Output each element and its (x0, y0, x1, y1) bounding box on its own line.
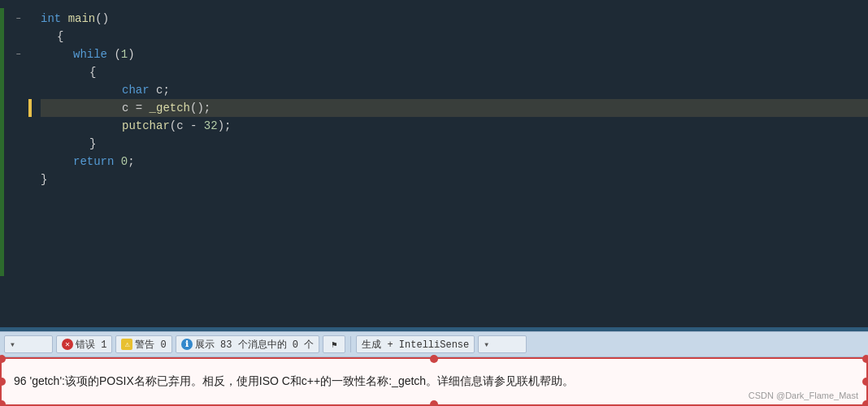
empty-section (0, 276, 868, 327)
code-line: } (41, 135, 868, 153)
warning-label: 警告 0 (135, 338, 166, 352)
chevron-down-icon-2: ▼ (484, 341, 488, 348)
code-line-current: c = _getch(); (41, 99, 868, 117)
toolbar-bar: ▼ ✕ 错误 1 ⚠ 警告 0 ℹ 展示 83 个消息中的 0 个 ⚑ 生成 +… (0, 331, 868, 357)
error-section: 96 'getch':该项的POSIX名称已弃用。相反，使用ISO C和c++的… (0, 357, 868, 406)
build-label: 生成 + IntelliSense (362, 338, 469, 352)
code-line: char c; (41, 81, 868, 99)
code-editor[interactable]: − − int main() { while (1) (0, 0, 868, 276)
error-line-num: 96 (14, 374, 29, 387)
toolbar-separator (350, 336, 351, 352)
current-line-indicator (28, 99, 32, 117)
collapse-icon-1[interactable]: − (15, 15, 20, 24)
warning-button[interactable]: ⚠ 警告 0 (115, 335, 171, 353)
toolbar-dropdown-2[interactable]: ▼ (478, 335, 527, 353)
error-button[interactable]: ✕ 错误 1 (56, 335, 112, 353)
code-line: } (41, 171, 868, 188)
info-button[interactable]: ℹ 展示 83 个消息中的 0 个 (176, 335, 319, 353)
corner-dot-ml (0, 378, 6, 386)
code-line: putchar(c - 32); (41, 117, 868, 135)
build-intellisense-button[interactable]: 生成 + IntelliSense (356, 335, 475, 353)
corner-dot-bl (0, 400, 6, 406)
error-area: 96 'getch':该项的POSIX名称已弃用。相反，使用ISO C和c++的… (0, 357, 868, 406)
code-line: { (41, 28, 868, 45)
error-text: 'getch':该项的POSIX名称已弃用。相反，使用ISO C和c++的一致性… (29, 374, 574, 387)
gutter: − − (4, 8, 33, 276)
code-line: return 0; (41, 153, 868, 171)
warning-icon: ⚠ (121, 339, 132, 350)
corner-dot-mr (862, 378, 868, 386)
filter-icon: ⚑ (328, 339, 340, 350)
chevron-down-icon-1: ▼ (11, 341, 15, 348)
code-line: { (41, 63, 868, 81)
corner-dot-tm (430, 355, 438, 363)
error-icon: ✕ (62, 339, 73, 350)
info-icon: ℹ (181, 339, 193, 350)
code-content[interactable]: int main() { while (1) { char c; c = _ge… (33, 8, 868, 276)
code-line-while: while (1) (41, 45, 868, 63)
watermark: CSDN @Dark_Flame_Mast (749, 391, 858, 400)
collapse-icon-2[interactable]: − (15, 50, 20, 59)
error-label: 错误 1 (76, 338, 106, 352)
toolbar-dropdown-1[interactable]: ▼ (4, 335, 53, 353)
code-line: int main() (41, 10, 868, 28)
corner-dot-tr (862, 355, 868, 363)
filter-button[interactable]: ⚑ (323, 335, 345, 353)
error-message-text: 96 'getch':该项的POSIX名称已弃用。相反，使用ISO C和c++的… (14, 374, 574, 389)
corner-dot-br (862, 400, 868, 406)
corner-dot-bm (430, 400, 438, 406)
info-label: 展示 83 个消息中的 0 个 (195, 338, 314, 352)
corner-dot-tl (0, 355, 6, 363)
